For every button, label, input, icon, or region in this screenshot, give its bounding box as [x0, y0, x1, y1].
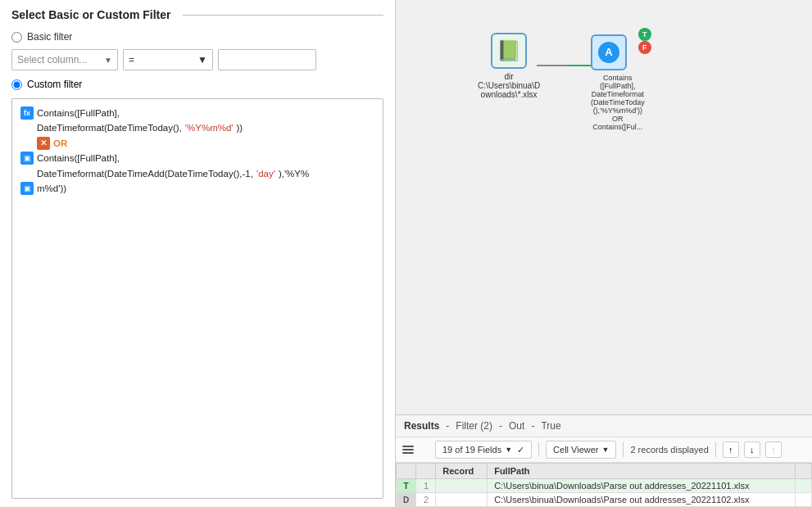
- filter-node-wrapper[interactable]: T F A Contains([FullPath],DateTimeformat…: [591, 34, 645, 131]
- input-node-label: dirC:\Users\binua\Downloads\*.xlsx: [478, 72, 540, 99]
- list-icon[interactable]: [402, 444, 414, 455]
- filter-line-3: ✕ OR: [20, 136, 374, 151]
- results-separator-2: -: [499, 420, 502, 432]
- input-node[interactable]: 📗 dirC:\Users\binua\Downloads\*.xlsx: [478, 33, 540, 99]
- table-row: T 1 C:\Users\binua\Downloads\Parse out a…: [397, 479, 812, 493]
- results-title: Results: [404, 420, 439, 432]
- column-select-value: Select column...: [17, 54, 87, 66]
- filter-line-2: DateTimeformat(DateTimeToday(), '%Y%m%d'…: [20, 120, 374, 135]
- input-node-icon: 📗: [491, 33, 527, 69]
- cell-viewer-label: Cell Viewer: [553, 445, 598, 455]
- custom-filter-section: Custom filter: [11, 77, 383, 90]
- col-extra-header: [796, 464, 812, 479]
- svg-text:A: A: [605, 46, 613, 58]
- column-select[interactable]: Select column... ▼: [11, 49, 118, 70]
- table-row: D 2 C:\Users\binua\Downloads\Parse out a…: [397, 493, 812, 507]
- results-true-label: True: [541, 420, 560, 432]
- row2-type: D: [397, 493, 416, 507]
- toolbar-separator-2: [623, 442, 624, 457]
- row2-fullpath: C:\Users\binua\Downloads\Parse out addre…: [488, 493, 796, 507]
- sort-down-button[interactable]: ↓: [744, 441, 760, 458]
- results-panel: Results - Filter (2) - Out - True 19 of …: [396, 414, 812, 507]
- filter-value-input[interactable]: [218, 49, 316, 70]
- results-header: Results - Filter (2) - Out - True: [396, 415, 812, 437]
- row1-type: T: [397, 479, 416, 493]
- filter-node-icon: A: [591, 34, 627, 70]
- row1-num: 1: [416, 479, 436, 493]
- false-badge: F: [638, 41, 651, 54]
- operator-value: =: [129, 54, 134, 66]
- results-table-container: Record FullPath T 1 C:\Users\binua\Downl…: [396, 463, 812, 507]
- fields-button[interactable]: 19 of 19 Fields ▼ ✓: [435, 441, 532, 459]
- custom-filter-box: fx Contains([FullPath], DateTimeformat(D…: [11, 98, 383, 499]
- col-record-header: Record: [436, 464, 488, 479]
- fx-icon: fx: [20, 106, 34, 120]
- toolbar-separator-3: [715, 442, 716, 457]
- results-out-label: Out: [509, 420, 524, 432]
- panel-title: Select Basic or Custom Filter: [11, 8, 383, 21]
- filter-line-6: ▣ m%d')): [20, 181, 374, 196]
- basic-filter-radio[interactable]: [11, 32, 22, 43]
- results-separator-3: -: [531, 420, 534, 432]
- toolbar-separator-1: [538, 442, 539, 457]
- custom-filter-radio[interactable]: [11, 79, 22, 90]
- operator-select[interactable]: = ▼: [123, 49, 213, 70]
- input-label-text: dirC:\Users\binua\Downloads\*.xlsx: [478, 72, 540, 99]
- results-toolbar: 19 of 19 Fields ▼ ✓ Cell Viewer ▼ 2 reco…: [396, 437, 812, 463]
- right-panel: 📗 dirC:\Users\binua\Downloads\*.xlsx T F: [396, 0, 812, 507]
- main-container: Select Basic or Custom Filter Basic filt…: [0, 0, 812, 507]
- row1-fullpath: C:\Users\binua\Downloads\Parse out addre…: [488, 479, 796, 493]
- records-info: 2 records displayed: [630, 445, 708, 455]
- row1-extra: [796, 479, 812, 493]
- filter-line-1: fx Contains([FullPath],: [20, 106, 374, 120]
- filter-code-pink-2: 'day': [256, 166, 275, 181]
- filter-icon-svg: A: [597, 41, 620, 64]
- row2-num: 2: [416, 493, 436, 507]
- results-separator-1: -: [446, 420, 449, 432]
- filter-node-label: Contains([FullPath],DateTimeformat(DateT…: [591, 74, 645, 131]
- filter-line-4: ▣ Contains([FullPath],: [20, 151, 374, 165]
- left-panel: Select Basic or Custom Filter Basic filt…: [0, 0, 396, 507]
- x-icon: ✕: [37, 137, 50, 150]
- fields-chevron-icon: ▼: [505, 446, 512, 454]
- filter-line-5: DateTimeformat(DateTimeAdd(DateTimeToday…: [20, 166, 374, 181]
- row2-record: [436, 493, 488, 507]
- db2-icon: ▣: [20, 182, 34, 195]
- table-header-row: Record FullPath: [397, 464, 812, 479]
- custom-filter-label: Custom filter: [27, 79, 82, 90]
- true-badge: T: [638, 28, 651, 41]
- filter-code-pink-1: '%Y%m%d': [185, 120, 234, 135]
- fields-label: 19 of 19 Fields: [442, 445, 501, 455]
- results-filter-label: Filter (2): [456, 420, 492, 432]
- filter-code-1: Contains([FullPath],: [37, 106, 120, 120]
- column-select-chevron-icon: ▼: [104, 56, 112, 65]
- sort-extra-button[interactable]: ⋮: [765, 441, 782, 458]
- row1-record: [436, 479, 488, 493]
- basic-filter-row: Basic filter: [11, 31, 383, 43]
- cell-viewer-chevron-icon: ▼: [602, 446, 610, 454]
- basic-filter-label: Basic filter: [27, 31, 72, 43]
- filter-code-5: DateTimeformat(DateTimeAdd(DateTimeToday…: [37, 166, 253, 181]
- row2-extra: [796, 493, 812, 507]
- db-icon: ▣: [20, 152, 34, 165]
- filter-code-7: m%d')): [37, 181, 66, 196]
- filter-code-2: DateTimeformat(DateTimeToday(),: [37, 120, 182, 135]
- cell-viewer-button[interactable]: Cell Viewer ▼: [546, 441, 616, 459]
- filter-code-4: Contains([FullPath],: [37, 151, 120, 165]
- filter-node-container: T F A: [591, 34, 645, 70]
- sort-up-button[interactable]: ↑: [723, 441, 739, 458]
- check-icon: ✓: [517, 445, 524, 455]
- panel-title-text: Select Basic or Custom Filter: [11, 8, 171, 21]
- col-num-header: [416, 464, 436, 479]
- filter-code-3: )): [237, 120, 243, 135]
- filter-code-or: OR: [53, 136, 67, 151]
- canvas-area: 📗 dirC:\Users\binua\Downloads\*.xlsx T F: [396, 0, 812, 414]
- results-table: Record FullPath T 1 C:\Users\binua\Downl…: [396, 463, 812, 507]
- operator-select-chevron-icon: ▼: [197, 54, 207, 66]
- col-type-header: [397, 464, 416, 479]
- col-fullpath-header: FullPath: [488, 464, 796, 479]
- filter-code-6: ),'%Y%: [279, 166, 309, 181]
- filter-controls-row: Select column... ▼ = ▼: [11, 49, 383, 70]
